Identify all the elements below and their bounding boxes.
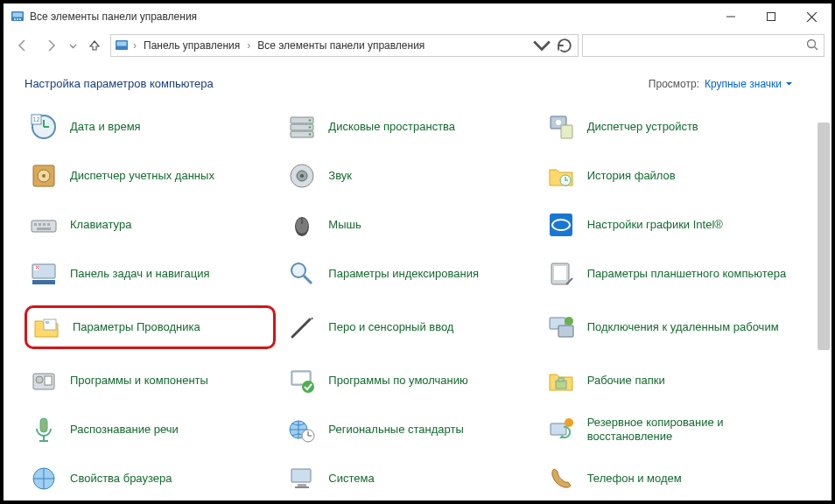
svg-rect-79 — [291, 469, 311, 482]
svg-rect-81 — [295, 486, 309, 488]
breadcrumb-separator: › — [132, 39, 137, 52]
item-system[interactable]: Система — [283, 461, 534, 496]
maximize-button[interactable] — [751, 4, 791, 30]
speaker-icon — [286, 160, 318, 192]
item-indexing-options[interactable]: Параметры индексирования — [283, 256, 534, 291]
item-explorer-options[interactable]: Параметры Проводника — [25, 305, 276, 349]
view-value-dropdown[interactable]: Крупные значки — [705, 78, 793, 90]
item-backup-restore[interactable]: Резервное копирование и восстановление — [542, 412, 793, 447]
svg-rect-58 — [558, 326, 573, 337]
item-file-history[interactable]: История файлов — [542, 158, 793, 193]
refresh-button[interactable] — [555, 35, 574, 56]
item-remote-desktop[interactable]: Подключения к удаленным рабочим — [542, 305, 793, 349]
breadcrumb-separator: › — [246, 39, 251, 52]
item-speech-recognition[interactable]: Распознавание речи — [25, 412, 276, 447]
pen-icon — [286, 312, 318, 343]
breadcrumb-item[interactable]: Все элементы панели управления — [255, 39, 427, 52]
minimize-button[interactable] — [711, 4, 751, 30]
item-mouse[interactable]: Мышь — [283, 207, 534, 242]
scrollbar-thumb[interactable] — [817, 122, 830, 350]
internet-options-icon — [28, 463, 60, 494]
item-label: Рабочие папки — [587, 374, 665, 388]
svg-rect-6 — [768, 13, 775, 21]
item-pen-touch[interactable]: Перо и сенсорный ввод — [283, 305, 534, 349]
item-device-manager[interactable]: Диспетчер устройств — [542, 109, 793, 144]
item-label: Программы по умолчанию — [328, 374, 467, 388]
item-label: Параметры индексирования — [328, 267, 479, 281]
item-credential-manager[interactable]: Диспетчер учетных данных — [25, 158, 276, 193]
folder-history-icon — [545, 160, 577, 192]
svg-point-65 — [302, 381, 314, 393]
remote-desktop-icon — [545, 312, 577, 343]
svg-point-3 — [17, 18, 18, 20]
device-manager-icon — [545, 111, 577, 143]
mouse-icon — [286, 209, 318, 241]
svg-point-61 — [36, 376, 43, 383]
chevron-down-icon — [785, 80, 793, 88]
svg-rect-1 — [13, 13, 23, 18]
item-work-folders[interactable]: Рабочие папки — [542, 363, 793, 398]
item-label: История файлов — [587, 169, 676, 183]
svg-rect-80 — [298, 484, 306, 486]
close-button[interactable] — [791, 4, 831, 30]
page-heading: Настройка параметров компьютера — [25, 77, 649, 90]
item-sound[interactable]: Звук — [283, 158, 534, 193]
item-label: Подключения к удаленным рабочим — [587, 320, 779, 334]
svg-point-21 — [309, 119, 312, 122]
item-label: Клавиатура — [70, 218, 131, 232]
item-label: Параметры Проводника — [73, 320, 200, 334]
search-input[interactable] — [588, 39, 806, 52]
view-label: Просмотр: — [649, 78, 699, 90]
search-box[interactable] — [582, 34, 824, 57]
svg-point-4 — [19, 18, 21, 20]
item-programs-features[interactable]: Программы и компоненты — [25, 363, 276, 398]
work-folders-icon — [545, 365, 577, 396]
item-label: Резервное копирование и восстановление — [587, 416, 789, 444]
svg-point-26 — [556, 120, 561, 125]
item-date-time[interactable]: 12 Дата и время — [25, 109, 276, 144]
svg-rect-62 — [45, 376, 52, 385]
item-tablet-pc[interactable]: Параметры планшетного компьютера — [542, 256, 793, 291]
item-label: Перо и сенсорный ввод — [328, 320, 453, 334]
item-intel-graphics[interactable]: Настройки графики Intel® — [542, 207, 793, 242]
svg-point-22 — [309, 126, 312, 129]
item-default-programs[interactable]: Программы по умолчанию — [283, 363, 534, 398]
item-taskbar-navigation[interactable]: Панель задач и навигация — [25, 256, 276, 291]
svg-rect-36 — [39, 223, 41, 226]
forward-button[interactable] — [39, 33, 63, 58]
system-icon — [286, 463, 318, 494]
item-keyboard[interactable]: Клавиатура — [25, 207, 276, 242]
svg-rect-51 — [554, 266, 566, 280]
item-region[interactable]: Региональные стандарты — [283, 412, 534, 447]
svg-rect-54 — [46, 321, 49, 324]
svg-rect-37 — [43, 223, 46, 226]
item-storage-spaces[interactable]: Дисковые пространства — [283, 109, 534, 144]
svg-point-29 — [42, 174, 46, 178]
item-label: Панель задач и навигация — [70, 267, 210, 281]
programs-icon — [28, 365, 60, 396]
item-internet-options[interactable]: Свойства браузера — [25, 461, 276, 496]
breadcrumb-item[interactable]: Панель управления — [141, 39, 242, 52]
svg-point-2 — [14, 18, 16, 20]
svg-rect-35 — [34, 223, 37, 226]
phone-icon — [545, 463, 577, 494]
taskbar-icon — [28, 258, 60, 290]
svg-marker-56 — [310, 317, 313, 319]
vault-icon — [28, 160, 60, 192]
address-bar[interactable]: › Панель управления › Все элементы панел… — [110, 34, 579, 57]
keyboard-icon — [28, 209, 60, 241]
svg-rect-25 — [561, 125, 572, 138]
svg-point-59 — [565, 317, 573, 326]
item-label: Региональные стандарты — [328, 423, 463, 437]
item-phone-modem[interactable]: Телефон и модем — [542, 461, 793, 496]
history-dropdown[interactable] — [67, 33, 79, 58]
svg-point-48 — [291, 263, 305, 277]
item-label: Диспетчер устройств — [587, 120, 698, 134]
content-header: Настройка параметров компьютера Просмотр… — [25, 77, 810, 90]
svg-point-77 — [565, 418, 573, 427]
window-title: Все элементы панели управления — [30, 10, 711, 23]
back-button[interactable] — [11, 33, 35, 58]
svg-line-55 — [292, 319, 310, 337]
up-button[interactable] — [82, 33, 107, 58]
address-dropdown[interactable] — [532, 35, 551, 56]
